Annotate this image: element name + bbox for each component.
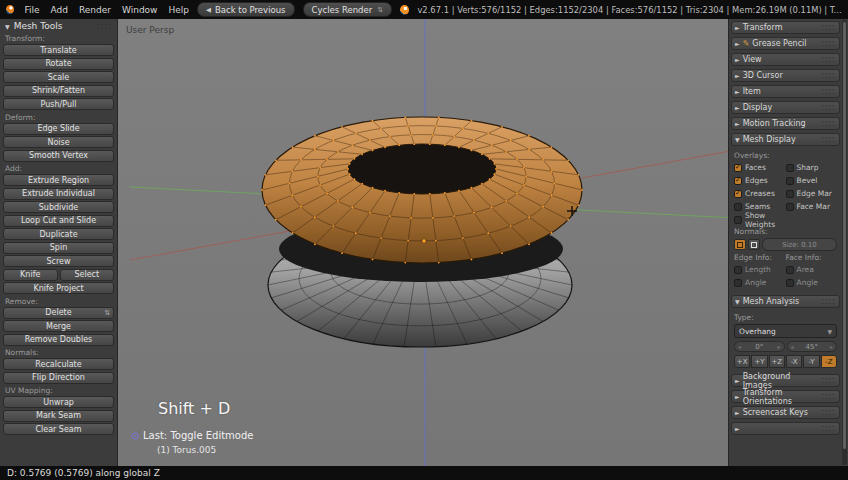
- checkbox-sharp[interactable]: [786, 164, 794, 172]
- axis-plusminus-x[interactable]: +X: [734, 355, 750, 368]
- panel-grip-icon[interactable]: ::::: [821, 103, 836, 112]
- tool-button-push-pull[interactable]: Push/Pull: [3, 98, 114, 110]
- tool-button-smooth-vertex[interactable]: Smooth Vertex: [3, 150, 114, 162]
- checkbox-creases[interactable]: ✓: [734, 190, 742, 198]
- panel-mesh-analysis[interactable]: ▼Mesh Analysis::::: [731, 295, 840, 308]
- panel-grip-icon[interactable]: ::::: [821, 87, 836, 96]
- mesh-tools-panel-header[interactable]: ▼ Mesh Tools ::::: [0, 19, 117, 33]
- menu-add[interactable]: Add: [51, 5, 68, 15]
- tool-button-translate[interactable]: Translate: [3, 44, 114, 56]
- checkbox-area[interactable]: [786, 266, 794, 274]
- tool-button-knife[interactable]: Knife: [3, 269, 58, 281]
- tool-button-screw[interactable]: Screw: [3, 255, 114, 267]
- blender-app-icon[interactable]: [6, 5, 14, 14]
- tool-button-subdivide[interactable]: Subdivide: [3, 201, 114, 213]
- panel-grip-icon[interactable]: ::::: [821, 135, 836, 144]
- panel-item[interactable]: ►Item::::: [731, 85, 840, 98]
- analysis-type-dropdown[interactable]: Overhang▼: [734, 324, 837, 338]
- checkbox-show-weights[interactable]: [734, 216, 742, 224]
- panel-grip-icon[interactable]: ::::: [821, 408, 836, 417]
- checkbox-edge-mar[interactable]: [786, 190, 794, 198]
- vertex-normals-toggle[interactable]: [734, 239, 746, 250]
- tool-button-merge[interactable]: Merge: [3, 320, 114, 332]
- panel-grip-icon[interactable]: ::::: [821, 392, 836, 401]
- viewport-3d[interactable]: User Persp Shift + D Last: Toggle Editmo…: [118, 19, 728, 466]
- menu-render[interactable]: Render: [79, 5, 111, 15]
- checkbox-face-mar[interactable]: [786, 203, 794, 211]
- checkbox-seams[interactable]: [734, 203, 742, 211]
- checkbox-edges[interactable]: ✓: [734, 177, 742, 185]
- checkbox-field-creases[interactable]: ✓Creases: [734, 189, 786, 198]
- panel-view[interactable]: ►View::::: [731, 53, 840, 66]
- axis-plusminus-y[interactable]: +Y: [751, 355, 767, 368]
- menu-help[interactable]: Help: [168, 5, 189, 15]
- panel-3d-cursor[interactable]: ►3D Cursor::::: [731, 69, 840, 82]
- panel-motion-tracking[interactable]: ►Motion Tracking::::: [731, 117, 840, 130]
- tool-button-loop-cut-and-slide[interactable]: Loop Cut and Slide: [3, 215, 114, 227]
- panel-grease-pencil[interactable]: ►✎Grease Pencil::::: [731, 37, 840, 50]
- tool-button-spin[interactable]: Spin: [3, 242, 114, 254]
- panel-partial[interactable]: ►::::: [731, 422, 840, 435]
- panel-transform[interactable]: ►Transform::::: [731, 21, 840, 34]
- panel-grip-icon[interactable]: ::::: [821, 23, 836, 32]
- scrollbar-track[interactable]: [842, 20, 847, 465]
- panel-grip-icon[interactable]: ::::: [821, 71, 836, 80]
- tool-button-extrude-individual[interactable]: Extrude Individual: [3, 188, 114, 200]
- panel-mesh-display[interactable]: ▼Mesh Display::::: [731, 133, 840, 146]
- panel-background-images[interactable]: ►Background Images::::: [731, 374, 840, 387]
- panel-grip[interactable]: ::::: [97, 22, 112, 31]
- panel-display[interactable]: ►Display::::: [731, 101, 840, 114]
- checkbox-field-angle[interactable]: Angle: [786, 278, 838, 287]
- panel-grip-icon[interactable]: ::::: [821, 424, 836, 433]
- min-angle-field[interactable]: ◂0°▸: [734, 341, 785, 352]
- checkbox-bevel[interactable]: [786, 177, 794, 185]
- tool-button-select[interactable]: Select: [60, 269, 115, 281]
- tool-button-edge-slide[interactable]: Edge Slide: [3, 123, 114, 135]
- menu-file[interactable]: File: [24, 5, 39, 15]
- tool-button-flip-direction[interactable]: Flip Direction: [3, 372, 114, 384]
- tool-button-knife-project[interactable]: Knife Project: [3, 282, 114, 294]
- checkbox-angle[interactable]: [734, 279, 742, 287]
- tool-button-duplicate[interactable]: Duplicate: [3, 228, 114, 240]
- menu-window[interactable]: Window: [122, 5, 158, 15]
- tool-button-unwrap[interactable]: Unwrap: [3, 396, 114, 408]
- checkbox-field-bevel[interactable]: Bevel: [786, 176, 838, 185]
- checkbox-field-faces[interactable]: ✓Faces: [734, 163, 786, 172]
- render-engine-select[interactable]: Cycles Render ⇅: [303, 2, 393, 17]
- panel-grip-icon[interactable]: ::::: [821, 376, 836, 385]
- panel-grip-icon[interactable]: ::::: [821, 39, 836, 48]
- tool-button-remove-doubles[interactable]: Remove Doubles: [3, 334, 114, 346]
- checkbox-field-angle[interactable]: Angle: [734, 278, 786, 287]
- checkbox-field-length[interactable]: Length: [734, 265, 786, 274]
- axis-minus-x[interactable]: -X: [786, 355, 802, 368]
- checkbox-field-edge-mar[interactable]: Edge Mar: [786, 189, 838, 198]
- tool-button-recalculate[interactable]: Recalculate: [3, 358, 114, 370]
- checkbox-angle[interactable]: [786, 279, 794, 287]
- tool-button-noise[interactable]: Noise: [3, 136, 114, 148]
- checkbox-length[interactable]: [734, 266, 742, 274]
- checkbox-field-edges[interactable]: ✓Edges: [734, 176, 786, 185]
- tool-button-clear-seam[interactable]: Clear Seam: [3, 423, 114, 435]
- max-angle-field[interactable]: ◂45°▸: [787, 341, 838, 352]
- panel-screencast-keys[interactable]: ►Screencast Keys::::: [731, 406, 840, 419]
- panel-transform-orientations[interactable]: ►Transform Orientations::::: [731, 390, 840, 403]
- panel-grip-icon[interactable]: ::::: [821, 297, 836, 306]
- panel-grip-icon[interactable]: ::::: [821, 119, 836, 128]
- normals-size-slider[interactable]: Size: 0.10: [762, 238, 837, 251]
- tool-button-scale[interactable]: Scale: [3, 71, 114, 83]
- checkbox-field-sharp[interactable]: Sharp: [786, 163, 838, 172]
- tool-button-shrink-fatten[interactable]: Shrink/Fatten: [3, 85, 114, 97]
- axis-plusminus-z[interactable]: +Z: [769, 355, 785, 368]
- axis-minus-y[interactable]: -Y: [803, 355, 819, 368]
- checkbox-field-face-mar[interactable]: Face Mar: [786, 202, 838, 211]
- scrollbar-thumb[interactable]: [843, 22, 846, 449]
- checkbox-field-area[interactable]: Area: [786, 265, 838, 274]
- tool-button-extrude-region[interactable]: Extrude Region: [3, 174, 114, 186]
- axis-minus-z[interactable]: -Z: [821, 355, 837, 368]
- tool-button-mark-seam[interactable]: Mark Seam: [3, 410, 114, 422]
- back-to-previous-button[interactable]: ◀ Back to Previous: [197, 2, 295, 17]
- face-normals-toggle[interactable]: [748, 239, 760, 250]
- tool-button-delete[interactable]: Delete⇅: [3, 307, 114, 319]
- panel-grip-icon[interactable]: ::::: [821, 55, 836, 64]
- checkbox-faces[interactable]: ✓: [734, 164, 742, 172]
